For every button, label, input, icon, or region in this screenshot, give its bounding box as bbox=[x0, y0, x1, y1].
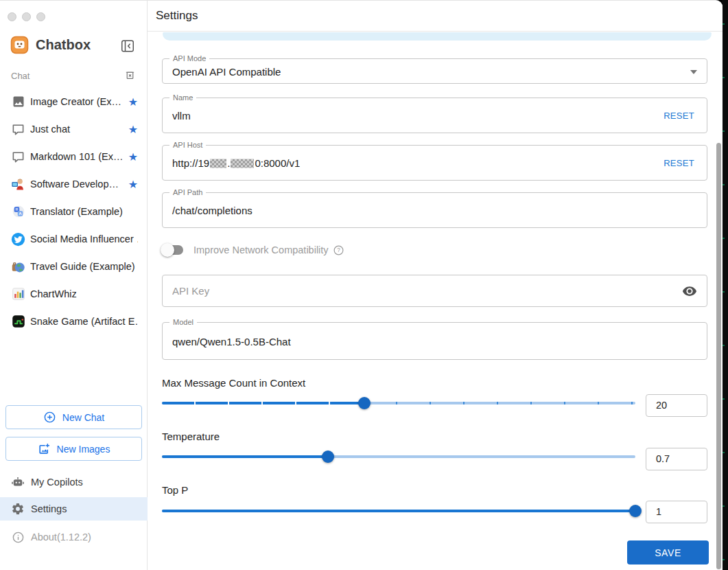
star-icon: ★ bbox=[126, 95, 138, 109]
temperature-slider[interactable] bbox=[162, 455, 635, 458]
question-glyph: ? bbox=[337, 247, 340, 253]
slider-thumb[interactable] bbox=[358, 397, 371, 409]
list-item-travel-guide[interactable]: Travel Guide (Example) bbox=[0, 253, 148, 280]
redacted-block bbox=[210, 159, 226, 168]
sidebar-item-label: My Copilots bbox=[31, 477, 83, 488]
collapse-sidebar-icon[interactable] bbox=[120, 38, 135, 54]
close-window-button[interactable] bbox=[8, 12, 16, 21]
slider-thumb[interactable] bbox=[629, 505, 642, 517]
max-message-count-label: Max Message Count in Context bbox=[162, 377, 305, 389]
circle-plus-icon bbox=[43, 411, 56, 424]
chevron-down-icon bbox=[690, 70, 697, 74]
slider-thumb[interactable] bbox=[322, 451, 334, 463]
temperature-label: Temperature bbox=[162, 431, 220, 442]
max-message-count-value[interactable]: 20 bbox=[646, 394, 707, 417]
api-mode-select[interactable]: API Mode OpenAI API Compatible bbox=[162, 58, 707, 84]
slider-fill bbox=[162, 455, 328, 458]
list-item-label: Markdown 101 (Ex… bbox=[30, 151, 126, 162]
list-item-label: Just chat bbox=[30, 124, 126, 135]
list-item-just-chat[interactable]: Just chat ★ bbox=[0, 115, 148, 143]
sidebar-item-my-copilots[interactable]: My Copilots bbox=[0, 470, 148, 494]
network-compatibility-toggle[interactable] bbox=[162, 244, 185, 256]
new-images-button[interactable]: New Images bbox=[5, 437, 142, 461]
page-title: Settings bbox=[156, 9, 198, 23]
image-icon bbox=[11, 95, 25, 109]
developer-avatar-icon bbox=[11, 177, 25, 192]
model-field[interactable]: Model qwen/Qwen1.5-0.5B-Chat bbox=[162, 322, 707, 360]
list-item-label: ChartWhiz bbox=[30, 288, 138, 299]
scrolled-selection-strip bbox=[163, 32, 712, 41]
list-item-label: Travel Guide (Example) bbox=[30, 261, 138, 272]
api-host-value: http://19.0:8000/v1 bbox=[172, 157, 300, 169]
star-icon: ★ bbox=[126, 150, 138, 163]
slider-fill bbox=[162, 402, 364, 404]
list-item-snake-game[interactable]: Snake Game (Artifact E… bbox=[0, 308, 148, 335]
api-path-field[interactable]: API Path /chat/completions bbox=[162, 192, 707, 228]
name-reset-button[interactable]: RESET bbox=[664, 111, 694, 121]
main-header: Settings bbox=[148, 1, 723, 32]
window-controls bbox=[8, 12, 45, 21]
list-item-software-developer[interactable]: Software Develop… ★ bbox=[0, 170, 148, 198]
model-value: qwen/Qwen1.5-0.5B-Chat bbox=[172, 335, 291, 347]
background-window-sliver bbox=[722, 0, 728, 570]
api-host-mid: . bbox=[227, 157, 230, 169]
app-title: Chatbox bbox=[36, 37, 91, 53]
list-item-label: Social Media Influencer … bbox=[30, 233, 138, 244]
star-icon: ★ bbox=[126, 123, 138, 136]
api-key-input[interactable] bbox=[163, 275, 707, 306]
image-plus-icon bbox=[38, 442, 51, 455]
api-path-value: /chat/completions bbox=[172, 205, 253, 216]
chatbox-logo-icon bbox=[10, 35, 30, 55]
translate-icon: A bbox=[11, 205, 25, 219]
translator-letter: A bbox=[19, 211, 22, 216]
api-host-field[interactable]: API Host http://19.0:8000/v1 RESET bbox=[162, 145, 707, 181]
list-item-label: Snake Game (Artifact E… bbox=[30, 316, 138, 327]
scrollbar-thumb[interactable] bbox=[716, 143, 721, 569]
top-p-slider[interactable] bbox=[162, 510, 635, 512]
api-host-label: API Host bbox=[169, 141, 206, 149]
sidebar-item-about[interactable]: About(1.12.2) bbox=[0, 525, 148, 549]
snake-game-icon bbox=[11, 315, 25, 329]
name-label: Name bbox=[169, 93, 196, 102]
list-item-chartwhiz[interactable]: ChartWhiz bbox=[0, 280, 148, 308]
info-icon bbox=[11, 530, 25, 544]
temperature-value[interactable]: 0.7 bbox=[646, 448, 707, 470]
chat-bubble-icon bbox=[11, 122, 25, 137]
new-images-label: New Images bbox=[57, 444, 110, 455]
model-label: Model bbox=[169, 318, 197, 326]
list-item-translator[interactable]: A Translator (Example) bbox=[0, 198, 148, 225]
sidebar-item-settings[interactable]: Settings bbox=[0, 497, 148, 521]
gear-icon bbox=[11, 502, 25, 516]
screen: Chatbox Chat bbox=[0, 0, 728, 570]
name-field[interactable]: Name vllm RESET bbox=[162, 98, 707, 133]
new-chat-button[interactable]: New Chat bbox=[5, 405, 142, 429]
list-item-social-media-influencer[interactable]: Social Media Influencer … bbox=[0, 225, 148, 253]
sidebar: Chatbox Chat bbox=[0, 1, 148, 570]
chatbox-app-window: Chatbox Chat bbox=[0, 0, 723, 570]
main-panel: Settings API Mode OpenAI API Compatible … bbox=[148, 1, 723, 570]
brand: Chatbox bbox=[10, 35, 91, 55]
list-item-image-creator[interactable]: Image Creator (Ex… ★ bbox=[0, 88, 148, 115]
api-path-label: API Path bbox=[169, 188, 206, 196]
clear-conversations-icon[interactable] bbox=[124, 69, 136, 81]
list-item-markdown-101[interactable]: Markdown 101 (Ex… ★ bbox=[0, 143, 148, 170]
list-item-label: Image Creator (Ex… bbox=[30, 96, 126, 107]
max-message-count-slider[interactable] bbox=[162, 402, 635, 404]
chat-section-label: Chat bbox=[11, 71, 30, 81]
show-password-eye-icon[interactable] bbox=[682, 284, 697, 299]
robot-icon bbox=[11, 475, 25, 489]
sidebar-item-label: About(1.12.2) bbox=[31, 532, 91, 543]
star-icon: ★ bbox=[126, 178, 138, 191]
list-item-label: Translator (Example) bbox=[30, 206, 138, 217]
toggle-thumb bbox=[161, 243, 174, 257]
api-host-reset-button[interactable]: RESET bbox=[664, 158, 694, 168]
help-icon[interactable]: ? bbox=[333, 244, 344, 256]
save-button[interactable]: SAVE bbox=[627, 540, 709, 565]
api-host-prefix: http://19 bbox=[172, 157, 209, 169]
sidebar-item-label: Settings bbox=[31, 503, 67, 514]
chat-bubble-icon bbox=[11, 150, 25, 164]
zoom-window-button[interactable] bbox=[36, 12, 45, 21]
globe-luggage-icon bbox=[11, 260, 25, 274]
minimize-window-button[interactable] bbox=[22, 12, 31, 21]
top-p-value[interactable]: 1 bbox=[646, 501, 707, 523]
